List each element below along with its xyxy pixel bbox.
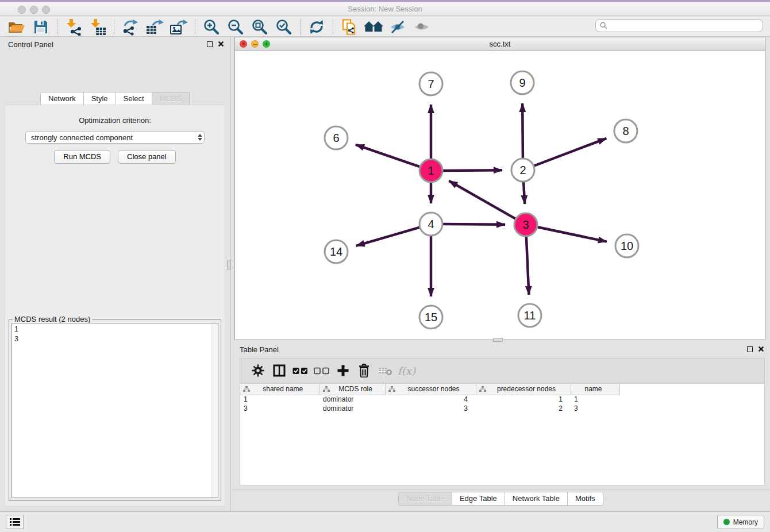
graph-node-label-1: 1 <box>428 164 434 177</box>
cell-name[interactable]: 3 <box>571 404 619 413</box>
tab-style[interactable]: Style <box>84 92 116 106</box>
column-header-successor-nodes[interactable]: successor nodes <box>385 384 476 395</box>
graph-edge-2-3[interactable] <box>523 182 525 204</box>
network-window-title: scc.txt <box>235 40 765 48</box>
graph-edge-3-10[interactable] <box>538 227 607 241</box>
graph-edge-2-8[interactable] <box>534 138 607 166</box>
control-panel: Control Panel Network Style Select MCDS … <box>0 37 230 511</box>
open-file-icon[interactable] <box>6 18 27 36</box>
cell-mcds-role[interactable]: dominator <box>319 404 385 413</box>
export-image-icon[interactable] <box>168 18 189 36</box>
graph-edge-1-6[interactable] <box>356 145 419 167</box>
table-settings-icon[interactable] <box>247 360 268 381</box>
zoom-fit-content-icon[interactable] <box>249 18 270 36</box>
save-session-icon[interactable] <box>30 18 51 36</box>
graph-node-label-2: 2 <box>519 164 526 176</box>
refresh-view-icon[interactable] <box>306 18 327 36</box>
result-scrollbar[interactable] <box>211 323 218 498</box>
network-canvas[interactable]: 1 2 3 4 6 7 8 9 10 11 14 15 <box>235 51 765 340</box>
float-table-panel-icon[interactable] <box>747 346 753 352</box>
column-header-mcds-role[interactable]: MCDS role <box>319 384 385 395</box>
close-table-panel-icon[interactable] <box>758 346 764 352</box>
column-header-predecessor-nodes[interactable]: predecessor nodes <box>476 384 571 395</box>
horizontal-splitter-grip[interactable] <box>493 338 503 342</box>
memory-button[interactable]: Memory <box>717 515 764 529</box>
tab-node-table[interactable]: Node Table <box>398 492 452 506</box>
tab-network-table[interactable]: Network Table <box>505 492 568 506</box>
tab-edge-table[interactable]: Edge Table <box>452 492 505 506</box>
node-table: shared name MCDS role <box>240 383 765 485</box>
show-graphics-details-icon[interactable] <box>411 18 432 36</box>
toolbar-separator <box>195 19 195 35</box>
zoom-out-icon[interactable] <box>225 18 246 36</box>
first-neighbors-icon[interactable] <box>363 18 384 36</box>
mcds-result-group: MCDS result (2 nodes) 1 3 <box>9 319 221 501</box>
cell-shared-name[interactable]: 1 <box>240 395 319 404</box>
hide-graphics-details-icon[interactable] <box>387 18 408 36</box>
cell-predecessor-nodes[interactable]: 2 <box>476 404 571 413</box>
close-panel-icon[interactable] <box>218 41 224 47</box>
cell-mcds-role[interactable]: dominator <box>319 395 385 404</box>
show-columns-icon[interactable] <box>268 360 290 381</box>
tab-motifs[interactable]: Motifs <box>568 492 603 506</box>
cell-successor-nodes[interactable]: 4 <box>385 395 476 404</box>
cell-shared-name[interactable]: 3 <box>240 404 319 413</box>
graph-node-label-7: 7 <box>428 78 434 90</box>
optimization-criterion-dropdown[interactable]: strongly connected component <box>25 131 205 144</box>
cell-predecessor-nodes[interactable]: 1 <box>476 395 571 404</box>
export-network-icon[interactable] <box>120 18 141 36</box>
vertical-splitter-grip[interactable] <box>227 260 231 269</box>
graph-edge-3-1[interactable] <box>449 181 515 219</box>
toolbar-separator <box>57 19 57 35</box>
add-column-icon[interactable] <box>332 360 353 381</box>
zoom-selected-region-icon[interactable] <box>274 18 294 36</box>
network-graph[interactable]: 1 2 3 4 6 7 8 9 10 11 14 15 <box>235 51 765 340</box>
hierarchy-icon <box>388 386 395 392</box>
graph-edge-4-3[interactable] <box>443 224 505 225</box>
control-panel-title: Control Panel <box>8 40 53 49</box>
run-mcds-button[interactable]: Run MCDS <box>54 150 110 164</box>
memory-label: Memory <box>733 518 758 526</box>
close-panel-button[interactable]: Close panel <box>118 150 176 164</box>
search-field[interactable] <box>595 19 763 32</box>
network-window-titlebar[interactable]: scc.txt <box>235 37 765 51</box>
search-input[interactable] <box>610 22 753 30</box>
graph-edge-1-2[interactable] <box>443 170 502 171</box>
status-bar: Memory <box>0 511 770 532</box>
delete-column-icon[interactable] <box>353 360 375 381</box>
deselect-all-rows-icon[interactable] <box>311 360 332 381</box>
table-row: 1 dominator 4 1 1 <box>240 395 619 404</box>
task-history-button[interactable] <box>6 515 24 529</box>
table-toolbar: f(x) <box>240 358 765 383</box>
graph-node-label-11: 11 <box>524 309 536 322</box>
graph-edge-4-14[interactable] <box>356 228 419 246</box>
tab-network[interactable]: Network <box>40 92 84 106</box>
import-network-from-file-icon[interactable] <box>63 18 84 36</box>
dropdown-stepper-icon <box>195 132 204 143</box>
cell-name[interactable]: 1 <box>571 395 619 404</box>
float-panel-icon[interactable] <box>207 41 213 47</box>
duplicate-network-icon[interactable] <box>339 18 360 36</box>
hierarchy-icon <box>323 386 330 392</box>
dropdown-selected-value: strongly connected component <box>26 133 195 142</box>
graph-edge-2-9[interactable] <box>522 103 523 158</box>
column-header-shared-name[interactable]: shared name <box>240 384 319 395</box>
cell-successor-nodes[interactable]: 3 <box>385 404 476 413</box>
graph-node-label-3: 3 <box>522 218 529 231</box>
zoom-in-icon[interactable] <box>201 18 222 36</box>
graph-node-label-15: 15 <box>425 311 437 323</box>
import-table-from-file-icon[interactable] <box>87 18 108 36</box>
toolbar-separator <box>114 19 114 35</box>
graph-edge-3-11[interactable] <box>526 237 529 295</box>
tab-select[interactable]: Select <box>116 92 152 106</box>
column-header-name[interactable]: name <box>571 384 619 395</box>
select-all-rows-icon[interactable] <box>290 360 311 381</box>
mcds-result-textarea[interactable]: 1 3 <box>11 323 218 498</box>
table-panel: Table Panel <box>232 342 770 509</box>
table-panel-title: Table Panel <box>240 345 279 354</box>
tab-mcds[interactable]: MCDS <box>152 92 190 106</box>
export-table-icon[interactable] <box>144 18 165 36</box>
graph-node-label-8: 8 <box>622 125 629 137</box>
graph-node-label-6: 6 <box>333 132 339 144</box>
control-panel-tabs: Network Style Select MCDS <box>0 92 230 106</box>
